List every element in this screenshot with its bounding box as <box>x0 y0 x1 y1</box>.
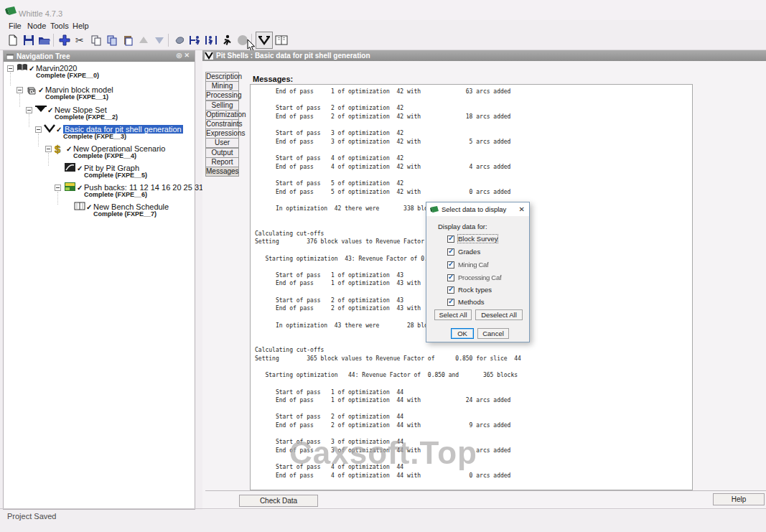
panel-pin-close-icons[interactable]: ◎✕ <box>177 52 192 59</box>
select-all-button[interactable]: Select All <box>434 309 472 320</box>
menu-bar: FileNodeToolsHelp <box>0 20 766 32</box>
dialog-title: Select data to display <box>442 205 506 213</box>
tab-messages[interactable]: Messages <box>205 167 239 177</box>
move-down-icon[interactable] <box>152 33 167 47</box>
option-block-survey[interactable]: Block Survey <box>447 235 498 243</box>
tab-user-element[interactable]: User Element <box>205 138 239 148</box>
move-up-icon[interactable] <box>136 33 151 47</box>
option-label: Methods <box>458 298 484 306</box>
tree-expand-toggle[interactable] <box>45 146 52 152</box>
option-methods[interactable]: Methods <box>447 298 484 306</box>
complete-check-icon: ✓ <box>38 86 44 94</box>
block-model-icon <box>26 85 36 95</box>
help-button[interactable]: Help <box>713 493 765 505</box>
pushbacks-icon <box>65 182 75 191</box>
menu-node[interactable]: Node <box>24 21 49 31</box>
tree-item-status: Complete (FXPE__4) <box>73 152 136 159</box>
button-row-separator <box>205 490 766 491</box>
close-icon[interactable]: ✕ <box>519 205 525 213</box>
panel-window-icon <box>6 54 14 60</box>
checkbox-icon[interactable] <box>447 299 454 306</box>
option-label: Rock types <box>458 286 492 294</box>
status-bar-text: Project Saved <box>7 512 56 521</box>
tab-expressions[interactable]: Expressions <box>205 129 239 139</box>
complete-check-icon: ✓ <box>29 65 34 73</box>
tab-processing[interactable]: Processing <box>205 90 239 101</box>
deselect-all-button[interactable]: Deselect All <box>475 309 523 320</box>
navigation-tree-title: Navigation Tree <box>17 52 70 60</box>
menu-file[interactable]: File <box>6 21 24 31</box>
tree-item-status: Complete (FXPE__2) <box>55 113 118 121</box>
pit-shells-icon <box>205 52 213 60</box>
tab-output[interactable]: Output <box>205 148 239 158</box>
complete-check-icon: ✓ <box>86 203 92 211</box>
toolbar: ✂ <box>0 32 766 50</box>
option-mining-caf[interactable]: Mining Caf <box>447 261 488 269</box>
title-bar: Whittle 4.7.3 <box>0 0 766 20</box>
tree-expand-toggle[interactable] <box>26 107 32 113</box>
svg-text:✂: ✂ <box>75 34 84 46</box>
tab-mining[interactable]: Mining <box>205 81 239 91</box>
tree-expand-toggle[interactable] <box>35 126 42 133</box>
ok-button[interactable]: OK <box>451 328 474 339</box>
cancel-button[interactable]: Cancel <box>477 328 509 339</box>
paste-icon[interactable] <box>121 33 135 47</box>
option-rock-types[interactable]: Rock types <box>447 286 492 294</box>
tree-expand-toggle[interactable] <box>55 185 61 191</box>
option-label: Processing Caf <box>458 274 501 281</box>
tab-report[interactable]: Report <box>205 157 239 167</box>
tree-connector-line <box>29 114 29 127</box>
cut-icon[interactable]: ✂ <box>73 33 88 47</box>
menu-help[interactable]: Help <box>70 21 92 31</box>
option-label: Grades <box>458 248 480 256</box>
tree-connector-line <box>48 153 49 166</box>
checkbox-icon[interactable] <box>447 274 454 281</box>
tree-connector-line <box>57 192 58 205</box>
tab-description[interactable]: Description <box>205 72 239 82</box>
tab-selling[interactable]: Selling <box>205 101 239 111</box>
tab-constraints[interactable]: Constraints <box>205 119 239 129</box>
navigation-tree-panel: Navigation Tree ◎✕ ✓Marvin2020Complete (… <box>3 50 195 510</box>
copy-pages-icon[interactable] <box>105 33 119 47</box>
tree-item-status: Complete (FXPE__7) <box>93 210 157 218</box>
tree-item-status: Complete (FXPE__1) <box>45 93 108 101</box>
navigation-tree-header[interactable]: Navigation Tree ◎✕ <box>4 51 195 62</box>
tree-connector-line <box>38 134 39 146</box>
tree-item-status: Complete (FXPE__6) <box>84 191 147 198</box>
tree-expand-toggle[interactable] <box>17 87 23 93</box>
reports-icon[interactable] <box>274 33 289 47</box>
run-between-icon[interactable] <box>204 33 218 47</box>
copy-icon[interactable] <box>89 33 103 47</box>
menu-tools[interactable]: Tools <box>47 21 72 31</box>
pan-hand-icon[interactable] <box>172 33 187 47</box>
checkbox-icon[interactable] <box>447 248 454 256</box>
run-icon[interactable] <box>220 33 234 47</box>
select-data-dialog: Select data to display ✕ Display data fo… <box>426 202 530 342</box>
tree-item-status: Complete (FXPE__3) <box>63 133 126 140</box>
add-node-icon[interactable] <box>57 33 72 47</box>
dialog-title-bar: Select data to display ✕ <box>426 202 529 216</box>
new-file-icon[interactable] <box>6 33 20 47</box>
complete-check-icon: ✓ <box>56 126 62 134</box>
open-icon[interactable] <box>37 33 52 47</box>
checkbox-icon[interactable] <box>447 235 454 243</box>
tree-connector-line <box>10 73 11 85</box>
pit-shells-icon[interactable] <box>256 32 273 49</box>
option-label: Mining Caf <box>458 261 488 269</box>
save-icon[interactable] <box>22 33 36 47</box>
panel-title: Pit Shells : Basic data for pit shell ge… <box>216 52 370 60</box>
run-forward-icon[interactable] <box>188 33 202 47</box>
book-icon <box>17 63 28 72</box>
toolbar-separator <box>168 34 169 47</box>
option-grades[interactable]: Grades <box>447 248 480 256</box>
dollar-icon: $ <box>54 144 64 155</box>
checkbox-icon[interactable] <box>447 261 454 269</box>
schedule-icon <box>74 202 85 210</box>
checkbox-icon[interactable] <box>447 286 454 294</box>
watermark-text: Caxsoft.Top <box>289 435 477 471</box>
tab-optimization[interactable]: Optimization <box>205 110 239 120</box>
option-processing-caf[interactable]: Processing Caf <box>447 274 501 281</box>
check-data-button[interactable]: Check Data <box>239 495 318 507</box>
slope-set-icon <box>35 105 47 113</box>
tree-expand-toggle[interactable] <box>7 65 14 72</box>
